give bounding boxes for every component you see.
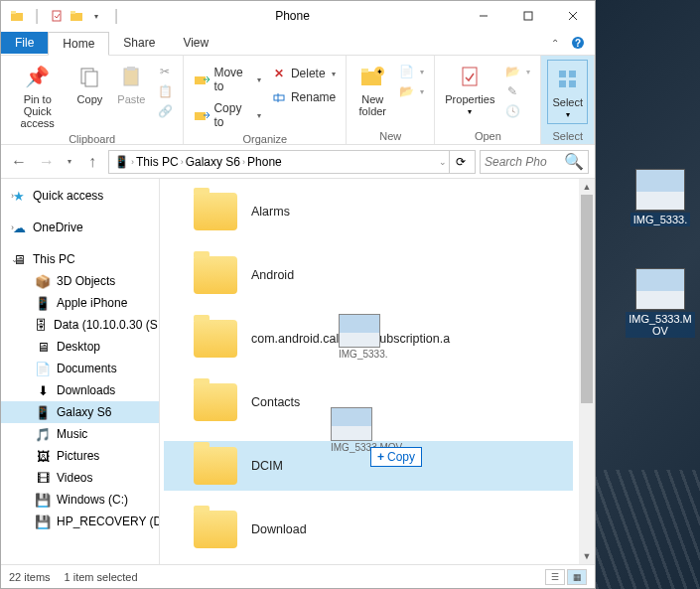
content-pane[interactable]: ▲ ▼ AlarmsAndroidcom.android.calendar.su…	[160, 179, 595, 564]
nav-item[interactable]: 📱Galaxy S6	[1, 401, 159, 423]
breadcrumb-segment[interactable]: Phone	[247, 155, 282, 169]
nav-item[interactable]: 🎵Music	[1, 423, 159, 445]
folder-small-icon[interactable]	[69, 8, 84, 24]
nav-this-pc[interactable]: ⌄🖥This PC	[1, 248, 159, 270]
tab-file[interactable]: File	[1, 32, 48, 54]
item-icon: 📄	[35, 361, 51, 376]
copy-to-button[interactable]: Copy to▾	[190, 99, 265, 131]
folder-item[interactable]: Alarms	[164, 187, 573, 236]
svg-rect-6	[524, 12, 532, 20]
tab-view[interactable]: View	[169, 32, 222, 54]
nav-item[interactable]: 📦3D Objects	[1, 270, 159, 292]
cut-button[interactable]: ✂	[153, 62, 177, 81]
scrollbar-track[interactable]: ▲ ▼	[579, 179, 595, 564]
paste-shortcut-button[interactable]: 🔗	[153, 101, 177, 121]
nav-item[interactable]: 📱Apple iPhone	[1, 292, 159, 314]
ribbon-expand-icon[interactable]: ⌃	[551, 38, 559, 49]
breadcrumb-segment[interactable]: This PC	[136, 155, 179, 169]
folder-item[interactable]: Contacts	[164, 377, 573, 427]
chevron-down-icon: ▾	[420, 68, 424, 76]
delete-button[interactable]: ✕Delete▾	[267, 64, 340, 83]
nav-item[interactable]: 🖼Pictures	[1, 445, 159, 467]
chevron-down-icon[interactable]: ⌄	[11, 254, 19, 264]
paste-button[interactable]: Paste	[111, 60, 151, 107]
move-to-button[interactable]: Move to▾	[190, 64, 265, 95]
new-folder-button[interactable]: ✦ New folder	[352, 60, 392, 119]
qat-dropdown-icon[interactable]: ▾	[88, 8, 104, 24]
svg-rect-24	[559, 71, 566, 77]
thumbnails-view-button[interactable]: ▦	[567, 569, 587, 585]
breadcrumb-segment[interactable]: Galaxy S6	[186, 155, 240, 169]
chevron-down-icon[interactable]: ⌄	[439, 157, 447, 167]
nav-onedrive[interactable]: ›☁OneDrive	[1, 217, 159, 238]
nav-item[interactable]: 📄Documents	[1, 358, 159, 379]
nav-item[interactable]: 🗄Data (10.10.0.30 (S	[1, 314, 159, 336]
folder-item[interactable]: DCIM	[164, 441, 573, 491]
folder-item[interactable]: Android	[164, 250, 573, 300]
folder-item[interactable]: Download	[164, 505, 573, 554]
ribbon-group-select: Select ▾ Select	[541, 56, 595, 144]
scrollbar-thumb[interactable]	[581, 195, 593, 403]
easy-access-button[interactable]: 📂▾	[394, 81, 428, 101]
tab-share[interactable]: Share	[109, 32, 169, 54]
folder-name: com.android.calendar.subscription.a	[251, 332, 420, 346]
item-icon: 🎵	[35, 426, 51, 442]
properties-button[interactable]: Properties ▾	[441, 60, 498, 118]
svg-rect-15	[195, 76, 206, 84]
svg-rect-4	[70, 11, 75, 14]
chevron-right-icon[interactable]: ›	[11, 191, 14, 201]
svg-rect-3	[70, 13, 82, 21]
back-button[interactable]: ←	[7, 150, 31, 174]
scroll-down-button[interactable]: ▼	[579, 548, 595, 564]
refresh-button[interactable]: ⟳	[449, 151, 471, 173]
search-box[interactable]: 🔍	[480, 150, 589, 174]
edit-button[interactable]: ✎	[500, 81, 534, 101]
pin-to-quick-access-button[interactable]: 📌 Pin to Quick access	[7, 60, 68, 131]
recent-dropdown[interactable]: ▾	[63, 150, 76, 174]
copy-path-button[interactable]: 📋	[153, 81, 177, 101]
folder-icon	[194, 256, 237, 294]
nav-item[interactable]: 💾HP_RECOVERY (D	[1, 511, 159, 532]
drop-action-badge: + Copy	[370, 447, 422, 467]
up-button[interactable]: ↑	[80, 150, 104, 174]
svg-rect-17	[274, 95, 284, 100]
nav-item[interactable]: ⬇Downloads	[1, 379, 159, 401]
tab-home[interactable]: Home	[48, 32, 109, 56]
search-input[interactable]	[485, 155, 564, 169]
search-icon[interactable]: 🔍	[564, 152, 584, 171]
status-selection: 1 item selected	[65, 571, 138, 583]
minimize-button[interactable]	[461, 1, 505, 31]
open-button[interactable]: 📂▾	[500, 62, 534, 81]
nav-item-label: Data (10.10.0.30 (S	[54, 318, 158, 332]
forward-button[interactable]: →	[35, 150, 59, 174]
chevron-down-icon: ▾	[332, 70, 336, 78]
maximize-button[interactable]	[505, 1, 550, 31]
desktop-file[interactable]: IMG_5333.	[626, 169, 695, 226]
nav-item-label: Videos	[57, 471, 92, 485]
copy-button[interactable]: Copy	[70, 60, 109, 107]
nav-item[interactable]: 💾Windows (C:)	[1, 489, 159, 511]
details-view-button[interactable]: ☰	[545, 569, 565, 585]
svg-rect-26	[559, 80, 566, 87]
history-button[interactable]: 🕓	[500, 101, 534, 121]
item-icon: 🗄	[35, 317, 48, 333]
navigation-pane[interactable]: ›★Quick access ›☁OneDrive ⌄🖥This PC 📦3D …	[1, 179, 160, 564]
breadcrumb[interactable]: 📱 › This PC › Galaxy S6 › Phone ⌄ ⟳	[108, 150, 476, 174]
help-button[interactable]: ?	[567, 32, 589, 54]
item-icon: 📦	[35, 273, 51, 289]
rename-button[interactable]: Rename	[267, 87, 340, 107]
nav-item[interactable]: 🎞Videos	[1, 467, 159, 489]
new-item-button[interactable]: 📄▾	[394, 62, 428, 81]
nav-quick-access[interactable]: ›★Quick access	[1, 185, 159, 207]
item-icon: 🎞	[35, 470, 51, 486]
qat-properties-icon[interactable]	[49, 8, 65, 24]
folder-item[interactable]: com.android.calendar.subscription.a	[164, 314, 573, 364]
scroll-up-button[interactable]: ▲	[579, 179, 595, 195]
nav-item[interactable]: 🖥Desktop	[1, 336, 159, 358]
select-button[interactable]: Select ▾	[547, 60, 588, 124]
item-icon: 💾	[35, 492, 51, 508]
desktop-file[interactable]: IMG_5333.MOV	[626, 268, 695, 338]
chevron-right-icon[interactable]: ›	[11, 222, 14, 232]
image-thumbnail	[635, 169, 685, 211]
close-button[interactable]	[550, 1, 595, 31]
